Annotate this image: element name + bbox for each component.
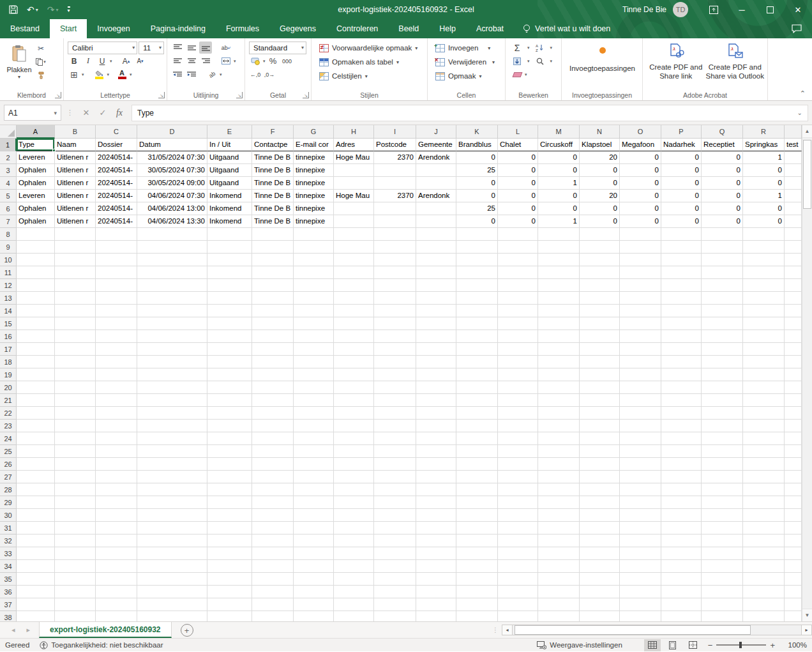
cell-M1[interactable]: Circuskoff (538, 139, 580, 151)
cell-H32[interactable] (334, 534, 374, 547)
cell-J25[interactable] (416, 445, 456, 458)
cell-D2[interactable]: 31/05/2024 07:30 (137, 151, 207, 164)
cell-P18[interactable] (661, 356, 702, 368)
cell-B4[interactable]: Uitlenen r (55, 177, 96, 190)
cell-Q18[interactable] (702, 356, 743, 368)
user-name[interactable]: Tinne De Bie (622, 5, 666, 14)
cell-C13[interactable] (96, 292, 137, 305)
cell-I6[interactable] (374, 202, 416, 215)
cell-H8[interactable] (334, 228, 374, 241)
cell-M29[interactable] (538, 496, 580, 509)
cell-H11[interactable] (334, 266, 374, 279)
cell-G5[interactable]: tinnepixe (294, 190, 334, 202)
zoom-slider-thumb[interactable] (739, 642, 742, 648)
cell-L21[interactable] (498, 394, 538, 407)
cell-F1[interactable]: Contactpe (252, 139, 294, 151)
cell-S23[interactable] (785, 420, 802, 432)
row-header-31[interactable]: 31 (0, 522, 17, 534)
cell-D15[interactable] (137, 317, 207, 330)
zoom-level[interactable]: 100% (781, 641, 807, 649)
cell-F28[interactable] (252, 483, 294, 496)
cell-K10[interactable] (456, 254, 498, 266)
cell-I30[interactable] (374, 509, 416, 522)
cell-D33[interactable] (137, 547, 207, 560)
cell-I37[interactable] (374, 598, 416, 611)
cell-E26[interactable] (207, 458, 252, 471)
cell-Q29[interactable] (702, 496, 743, 509)
cell-P32[interactable] (661, 534, 702, 547)
insert-cells-button[interactable]: + Invoegen▾ (434, 41, 502, 55)
cell-O2[interactable]: 0 (620, 151, 661, 164)
cell-H1[interactable]: Adres (334, 139, 374, 151)
cell-O9[interactable] (620, 241, 661, 254)
cell-Q30[interactable] (702, 509, 743, 522)
cell-C19[interactable] (96, 368, 137, 381)
cell-B11[interactable] (55, 266, 96, 279)
cell-D14[interactable] (137, 305, 207, 317)
cell-D36[interactable] (137, 586, 207, 598)
cell-C15[interactable] (96, 317, 137, 330)
cell-M34[interactable] (538, 560, 580, 573)
cell-G37[interactable] (294, 598, 334, 611)
align-middle-button[interactable] (185, 42, 198, 54)
cell-R20[interactable] (743, 381, 785, 394)
conditional-formatting-button[interactable]: ≠ Voorwaardelijke opmaak▾ (318, 41, 425, 55)
find-select-button[interactable] (534, 55, 546, 67)
cell-I7[interactable] (374, 215, 416, 228)
cell-G10[interactable] (294, 254, 334, 266)
cell-G24[interactable] (294, 432, 334, 445)
cell-C30[interactable] (96, 509, 137, 522)
cell-J37[interactable] (416, 598, 456, 611)
cell-G16[interactable] (294, 330, 334, 343)
cell-F16[interactable] (252, 330, 294, 343)
cell-D9[interactable] (137, 241, 207, 254)
cell-J24[interactable] (416, 432, 456, 445)
cell-D3[interactable]: 30/05/2024 07:30 (137, 164, 207, 177)
cell-L31[interactable] (498, 522, 538, 534)
cell-Q31[interactable] (702, 522, 743, 534)
cell-Q4[interactable]: 0 (702, 177, 743, 190)
cell-M3[interactable]: 0 (538, 164, 580, 177)
cell-L12[interactable] (498, 279, 538, 292)
sort-filter-button[interactable]: AZ (534, 42, 546, 54)
cell-K5[interactable]: 0 (456, 190, 498, 202)
cell-F27[interactable] (252, 471, 294, 483)
cell-E8[interactable] (207, 228, 252, 241)
cell-I29[interactable] (374, 496, 416, 509)
cell-Q38[interactable] (702, 611, 743, 621)
cell-S10[interactable] (785, 254, 802, 266)
row-header-25[interactable]: 25 (0, 445, 17, 458)
cell-K31[interactable] (456, 522, 498, 534)
cell-L3[interactable]: 0 (498, 164, 538, 177)
row-header-35[interactable]: 35 (0, 573, 17, 586)
cell-A25[interactable] (17, 445, 55, 458)
cell-C20[interactable] (96, 381, 137, 394)
cell-M20[interactable] (538, 381, 580, 394)
cell-J1[interactable]: Gemeente (416, 139, 456, 151)
cell-E11[interactable] (207, 266, 252, 279)
cell-O14[interactable] (620, 305, 661, 317)
cell-M38[interactable] (538, 611, 580, 621)
cell-A3[interactable]: Ophalen (17, 164, 55, 177)
cell-L1[interactable]: Chalet (498, 139, 538, 151)
cell-I14[interactable] (374, 305, 416, 317)
cell-A22[interactable] (17, 407, 55, 420)
fill-handle[interactable] (52, 149, 56, 152)
copy-button[interactable]: ▾ (34, 56, 47, 68)
cell-O20[interactable] (620, 381, 661, 394)
cell-L16[interactable] (498, 330, 538, 343)
cell-R9[interactable] (743, 241, 785, 254)
cell-C11[interactable] (96, 266, 137, 279)
cell-S36[interactable] (785, 586, 802, 598)
cell-L9[interactable] (498, 241, 538, 254)
cell-P9[interactable] (661, 241, 702, 254)
clear-button[interactable] (511, 68, 523, 80)
cell-N16[interactable] (580, 330, 620, 343)
cell-B34[interactable] (55, 560, 96, 573)
cell-R36[interactable] (743, 586, 785, 598)
cell-D21[interactable] (137, 394, 207, 407)
cell-A17[interactable] (17, 343, 55, 356)
cell-A32[interactable] (17, 534, 55, 547)
cell-P22[interactable] (661, 407, 702, 420)
cell-N3[interactable]: 0 (580, 164, 620, 177)
